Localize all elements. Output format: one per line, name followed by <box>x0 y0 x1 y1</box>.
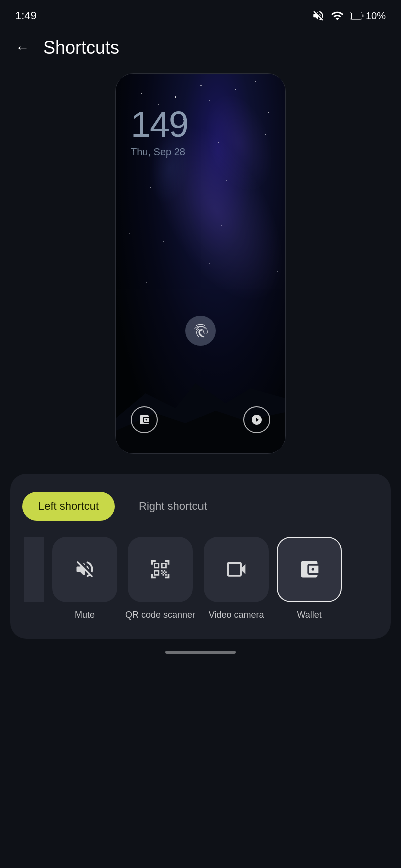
phone-clock: 149 <box>131 104 188 145</box>
phone-left-shortcut[interactable] <box>131 406 158 433</box>
phone-date: Thu, Sep 28 <box>131 146 185 158</box>
shortcut-label-qr: QR code scanner <box>125 609 195 621</box>
shortcut-grid: Mute QR code scanner Video camera <box>22 537 379 621</box>
shortcut-icon-partial[interactable] <box>24 537 44 602</box>
home-indicator <box>0 639 401 664</box>
tab-right-shortcut[interactable]: Right shortcut <box>123 492 223 521</box>
mountains-silhouette <box>116 353 285 453</box>
phone-right-shortcut[interactable] <box>243 406 270 433</box>
page-title: Shortcuts <box>43 37 119 58</box>
status-bar: 1:49 10% <box>0 0 401 27</box>
svg-rect-2 <box>362 14 364 17</box>
shortcut-item-qr: QR code scanner <box>125 537 195 621</box>
shortcut-icon-wallet[interactable] <box>277 537 342 602</box>
shortcut-icon-video[interactable] <box>204 537 269 602</box>
shortcut-item-video: Video camera <box>204 537 269 621</box>
mute-icon <box>312 9 325 22</box>
tab-row: Left shortcut Right shortcut <box>22 492 379 521</box>
status-time: 1:49 <box>15 9 37 22</box>
shortcut-label-wallet: Wallet <box>297 609 321 621</box>
options-panel: Left shortcut Right shortcut Mute QR co <box>10 474 391 639</box>
wifi-icon <box>331 9 344 22</box>
back-button[interactable]: ← <box>15 40 29 56</box>
home-bar <box>165 651 236 654</box>
shortcut-item-partial <box>24 537 44 621</box>
header: ← Shortcuts <box>0 27 401 73</box>
shortcut-item-wallet: Wallet <box>277 537 342 621</box>
svg-rect-1 <box>351 13 352 19</box>
shortcut-item-mute: Mute <box>52 537 117 621</box>
status-icons: 10% <box>312 9 386 22</box>
shortcut-label-mute: Mute <box>75 609 95 621</box>
tab-left-shortcut[interactable]: Left shortcut <box>22 492 115 521</box>
battery-icon: 10% <box>350 10 386 22</box>
shortcut-icon-qr[interactable] <box>128 537 193 602</box>
phone-preview-container: 149 Thu, Sep 28 <box>0 73 401 454</box>
shortcut-label-video: Video camera <box>209 609 264 621</box>
phone-wallpaper: 149 Thu, Sep 28 <box>116 74 285 453</box>
phone-bottom-shortcuts <box>116 406 285 433</box>
fingerprint-button[interactable] <box>185 316 216 346</box>
shortcut-icon-mute[interactable] <box>52 537 117 602</box>
phone-preview: 149 Thu, Sep 28 <box>115 73 286 454</box>
